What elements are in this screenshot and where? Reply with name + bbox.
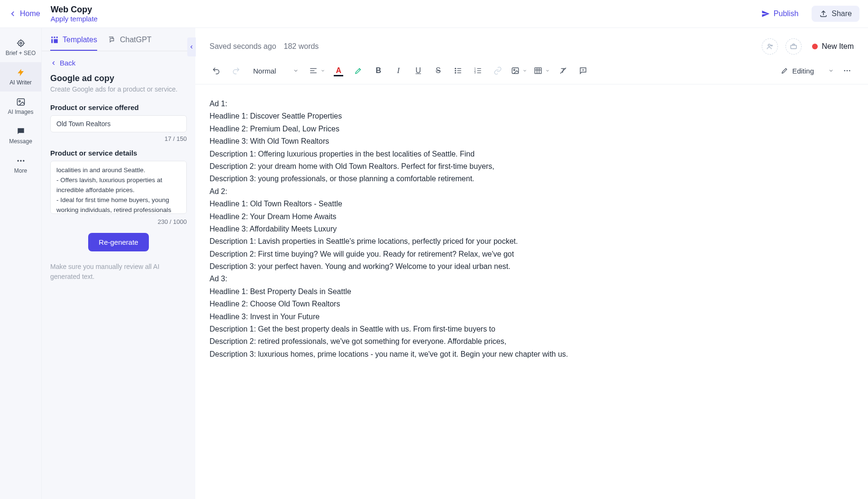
svg-rect-36 — [512, 68, 519, 74]
details-field-label: Product or service details — [50, 149, 187, 157]
send-icon — [761, 9, 770, 18]
paragraph-style-select[interactable]: Normal — [249, 65, 302, 77]
doc-line: Headline 2: Premium Deal, Low Prices — [210, 123, 854, 135]
doc-line: Description 3: your perfect haven. Young… — [210, 260, 854, 273]
templates-icon — [50, 36, 59, 44]
regenerate-button[interactable]: Re-generate — [88, 233, 148, 251]
editing-mode-select[interactable]: Editing — [781, 67, 834, 75]
chevron-down-icon — [522, 68, 527, 73]
dots-icon — [843, 66, 851, 75]
share-label: Share — [831, 9, 852, 18]
link-button[interactable] — [491, 64, 504, 77]
collapse-panel-button[interactable] — [187, 37, 196, 56]
underline-button[interactable]: U — [411, 64, 425, 77]
chat-bubbles-icon — [108, 36, 116, 44]
numbered-list-button[interactable]: 123 — [471, 64, 484, 77]
publish-label: Publish — [774, 9, 798, 18]
strike-button[interactable]: S — [431, 64, 445, 77]
rail-brief-seo[interactable]: Brief + SEO — [0, 33, 41, 62]
briefcase-button[interactable] — [786, 38, 802, 55]
chevron-down-icon — [828, 68, 834, 74]
rail-message[interactable]: Message — [0, 121, 41, 150]
image-insert-select[interactable] — [511, 66, 527, 75]
svg-point-9 — [17, 160, 18, 161]
svg-rect-14 — [56, 37, 58, 38]
word-count: 182 words — [284, 42, 319, 51]
rail-more-label: More — [14, 167, 27, 174]
publish-button[interactable]: Publish — [755, 7, 805, 21]
clear-format-button[interactable] — [557, 64, 570, 77]
status-chip[interactable]: New Item — [812, 42, 854, 51]
highlight-button[interactable] — [352, 64, 365, 77]
comment-button[interactable] — [576, 64, 590, 77]
doc-line: Headline 3: Affordability Meets Luxury — [210, 223, 854, 235]
doc-line: Description 1: Lavish properties in Seat… — [210, 235, 854, 248]
numbered-list-icon: 123 — [474, 66, 482, 75]
svg-point-25 — [455, 70, 456, 71]
details-textarea[interactable] — [50, 161, 187, 214]
svg-rect-7 — [17, 99, 24, 105]
rail-ai-images[interactable]: AI Images — [0, 92, 41, 121]
italic-icon: I — [397, 66, 400, 75]
svg-point-10 — [20, 160, 21, 161]
document-body[interactable]: Ad 1:Headline 1: Discover Seattle Proper… — [195, 84, 868, 499]
rail-more[interactable]: More — [0, 150, 41, 180]
clear-format-icon — [559, 66, 567, 75]
doc-line: Headline 2: Choose Old Town Realtors — [210, 298, 854, 310]
tab-chatgpt-label: ChatGPT — [120, 36, 152, 44]
table-insert-select[interactable] — [534, 66, 550, 75]
template-description: Create Google ads for a product or servi… — [50, 85, 187, 93]
product-field-label: Product or service offered — [50, 103, 187, 111]
share-button[interactable]: Share — [812, 6, 859, 22]
editing-label: Editing — [792, 67, 814, 75]
svg-rect-12 — [51, 37, 53, 38]
svg-text:3: 3 — [475, 71, 476, 74]
rail-brief-label: Brief + SEO — [6, 50, 36, 56]
font-color-icon: A — [336, 66, 342, 75]
target-icon — [16, 38, 26, 48]
align-select[interactable] — [309, 66, 325, 75]
product-input[interactable] — [50, 115, 187, 132]
details-counter: 230 / 1000 — [50, 218, 187, 225]
undo-button[interactable] — [210, 64, 223, 77]
svg-rect-16 — [54, 39, 58, 43]
tab-templates-label: Templates — [63, 36, 97, 44]
bullet-list-button[interactable] — [451, 64, 465, 77]
underline-icon: U — [416, 66, 421, 75]
more-options-button[interactable] — [841, 64, 854, 77]
apply-template-link[interactable]: Apply template — [51, 15, 98, 23]
image-icon — [511, 66, 520, 75]
chevron-left-icon — [50, 60, 57, 66]
font-color-button[interactable]: A — [332, 64, 345, 77]
doc-line: Description 3: young professionals, or t… — [210, 173, 854, 185]
chevron-down-icon — [293, 68, 299, 74]
svg-point-11 — [23, 160, 24, 161]
product-counter: 17 / 150 — [50, 135, 187, 142]
status-label: New Item — [822, 42, 854, 51]
back-link[interactable]: Back — [50, 59, 187, 67]
topbar: Home Web Copy Apply template Publish Sha… — [0, 0, 868, 28]
rail-ai-writer[interactable]: AI Writer — [0, 62, 41, 92]
home-link[interactable]: Home — [9, 9, 40, 18]
para-style-label: Normal — [253, 67, 276, 75]
redo-button[interactable] — [229, 64, 243, 77]
left-rail: Brief + SEO AI Writer AI Images Message — [0, 28, 42, 499]
briefcase-icon — [790, 43, 797, 50]
doc-line: Description 2: First time buying? We wil… — [210, 248, 854, 260]
italic-button[interactable]: I — [392, 64, 405, 77]
doc-line: Description 1: Offering luxurious proper… — [210, 148, 854, 160]
home-label: Home — [20, 9, 40, 18]
bold-button[interactable]: B — [372, 64, 385, 77]
doc-line: Ad 3: — [210, 273, 854, 285]
doc-line: Headline 3: Invest in Your Future — [210, 311, 854, 323]
tab-chatgpt[interactable]: ChatGPT — [108, 36, 152, 51]
tab-templates[interactable]: Templates — [50, 36, 97, 51]
panel-tabs: Templates ChatGPT — [42, 28, 195, 51]
svg-rect-13 — [54, 37, 55, 38]
doc-line: Description 1: Get the best property dea… — [210, 323, 854, 335]
doc-line: Description 3: luxurious homes, prime lo… — [210, 348, 854, 360]
rail-images-label: AI Images — [8, 109, 33, 115]
rail-message-label: Message — [9, 138, 32, 145]
strike-icon: S — [436, 66, 441, 75]
add-collaborator-button[interactable] — [762, 38, 778, 55]
